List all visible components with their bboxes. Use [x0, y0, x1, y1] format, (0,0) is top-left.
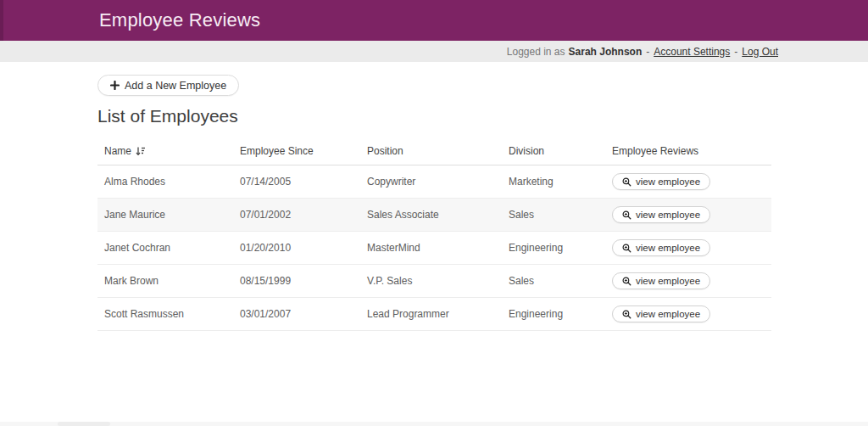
cell-name: Mark Brown — [97, 265, 233, 298]
view-employee-button-label: view employee — [636, 309, 700, 319]
plus-icon — [110, 81, 120, 90]
view-employee-button-label: view employee — [636, 177, 700, 187]
cell-division: Sales — [502, 199, 605, 232]
cell-employee-since: 07/01/2002 — [233, 199, 360, 232]
search-plus-icon — [622, 310, 632, 319]
main-content: Add a New Employee List of Employees Nam… — [0, 62, 868, 331]
app-header: Employee Reviews — [0, 0, 868, 41]
table-row: Jane Maurice 07/01/2002 Sales Associate … — [97, 199, 771, 232]
table-row: Janet Cochran 01/20/2010 MasterMind Engi… — [97, 232, 771, 265]
page-title: Employee Reviews — [99, 9, 260, 31]
table-row: Scott Rasmussen 03/01/2007 Lead Programm… — [97, 298, 771, 331]
cell-employee-since: 08/15/1999 — [233, 265, 360, 298]
column-header-position[interactable]: Position — [360, 137, 502, 165]
cell-action: view employee — [605, 232, 771, 265]
cell-position: V.P. Sales — [360, 265, 502, 298]
view-employee-button-label: view employee — [636, 210, 700, 220]
cell-division: Engineering — [502, 232, 605, 265]
bottom-edge-strip — [0, 422, 868, 426]
search-plus-icon — [622, 244, 632, 253]
view-employee-button[interactable]: view employee — [612, 173, 710, 190]
view-employee-button-label: view employee — [636, 243, 700, 253]
cell-employee-since: 03/01/2007 — [233, 298, 360, 331]
column-header-name[interactable]: Name — [97, 137, 233, 165]
separator: - — [734, 46, 737, 58]
user-name: Sarah Johnson — [569, 46, 643, 58]
search-plus-icon — [622, 210, 632, 220]
view-employee-button[interactable]: view employee — [612, 239, 710, 256]
logged-in-label: Logged in as — [507, 46, 565, 58]
cell-employee-since: 07/14/2005 — [233, 165, 360, 199]
column-header-name-label: Name — [104, 145, 131, 157]
add-employee-button[interactable]: Add a New Employee — [97, 75, 239, 96]
cell-division: Sales — [502, 265, 605, 298]
add-employee-button-label: Add a New Employee — [125, 80, 226, 92]
table-header-row: Name Employee Since Pos — [97, 137, 771, 165]
column-header-division[interactable]: Division — [502, 137, 605, 165]
table-row: Alma Rhodes 07/14/2005 Copywriter Market… — [97, 165, 771, 199]
list-heading: List of Employees — [97, 106, 868, 126]
view-employee-button[interactable]: view employee — [612, 206, 710, 223]
employee-table: Name Employee Since Pos — [97, 137, 771, 331]
cell-name: Janet Cochran — [97, 232, 233, 265]
cell-position: MasterMind — [360, 232, 502, 265]
cell-position: Lead Programmer — [360, 298, 502, 331]
search-plus-icon — [622, 177, 632, 187]
cell-division: Engineering — [502, 298, 605, 331]
account-bar: Logged in as Sarah Johnson - Account Set… — [0, 41, 868, 62]
separator: - — [646, 46, 649, 58]
account-settings-link[interactable]: Account Settings — [654, 46, 730, 58]
view-employee-button-label: view employee — [636, 276, 700, 286]
cell-action: view employee — [605, 265, 771, 298]
table-row: Mark Brown 08/15/1999 V.P. Sales Sales — [97, 265, 771, 298]
sort-amount-down-icon[interactable] — [136, 146, 146, 156]
cell-action: view employee — [605, 298, 771, 331]
column-header-employee-reviews[interactable]: Employee Reviews — [605, 137, 771, 165]
cell-position: Sales Associate — [360, 199, 502, 232]
cell-employee-since: 01/20/2010 — [233, 232, 360, 265]
cell-position: Copywriter — [360, 165, 502, 199]
column-header-employee-since[interactable]: Employee Since — [233, 137, 360, 165]
cell-name: Jane Maurice — [97, 199, 233, 232]
cell-action: view employee — [605, 165, 771, 199]
cell-name: Alma Rhodes — [97, 165, 233, 199]
bottom-edge-tab — [58, 422, 110, 426]
view-employee-button[interactable]: view employee — [612, 305, 710, 322]
view-employee-button[interactable]: view employee — [612, 272, 710, 289]
cell-division: Marketing — [502, 165, 605, 199]
cell-action: view employee — [605, 199, 771, 232]
cell-name: Scott Rasmussen — [97, 298, 233, 331]
log-out-link[interactable]: Log Out — [742, 46, 778, 58]
search-plus-icon — [622, 277, 632, 286]
